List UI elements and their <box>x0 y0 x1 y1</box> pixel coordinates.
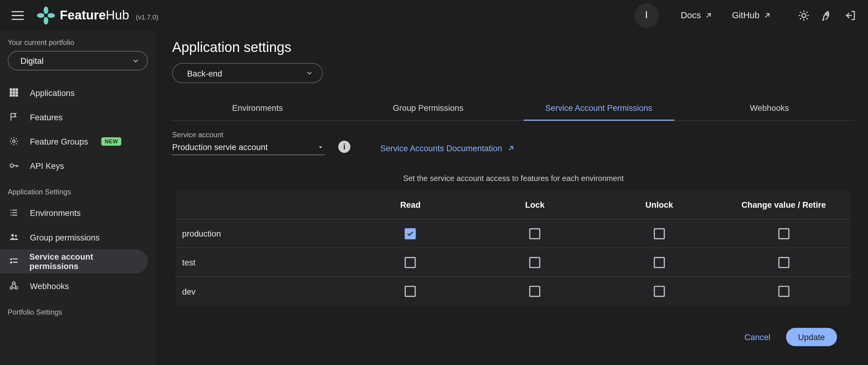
theme-toggle-button[interactable] <box>794 5 814 25</box>
chevron-down-icon <box>132 57 140 65</box>
application-select[interactable]: Back-end <box>172 63 322 83</box>
docs-link[interactable]: Service Accounts Documentation <box>380 143 515 153</box>
checkbox-read[interactable] <box>405 256 416 268</box>
portfolio-label: Your current portfolio <box>0 38 156 51</box>
service-account-value: Production servie account <box>172 143 268 152</box>
tab-webhooks[interactable]: Webhooks <box>684 95 855 120</box>
checkbox-unlock[interactable] <box>654 256 665 268</box>
checkbox-change[interactable] <box>778 286 789 297</box>
svg-rect-8 <box>16 88 18 91</box>
webhook-icon <box>8 281 20 291</box>
footer-buttons: Cancel Update <box>172 328 855 346</box>
info-icon[interactable]: i <box>338 141 350 153</box>
service-account-label: Service account <box>172 130 325 139</box>
list-icon <box>8 208 20 218</box>
checkbox-read[interactable] <box>405 228 416 239</box>
cancel-button[interactable]: Cancel <box>739 328 776 346</box>
sidebar-item-settings-webhooks[interactable]: Webhooks <box>0 274 156 298</box>
update-button[interactable]: Update <box>786 328 837 346</box>
chevron-down-icon <box>306 69 313 77</box>
sidebar-item-applications[interactable]: Applications <box>0 80 156 104</box>
sidebar-item-label: Group permissions <box>30 232 99 242</box>
tab-service-account-permissions[interactable]: Service Account Permissions <box>514 95 684 120</box>
svg-point-0 <box>44 6 49 14</box>
checkbox-lock[interactable] <box>529 228 540 239</box>
application-select-value: Back-end <box>187 68 222 78</box>
checkbox-lock[interactable] <box>529 256 540 268</box>
svg-rect-10 <box>12 91 15 94</box>
apps-icon <box>8 87 20 97</box>
gear-icon <box>8 136 20 146</box>
tab-label: Webhooks <box>750 103 789 112</box>
sidebar-item-label: Feature Groups <box>30 136 88 146</box>
key-icon <box>8 161 20 171</box>
sidebar-item-label: Webhooks <box>30 281 69 291</box>
portfolio-select[interactable]: Digital <box>8 51 148 70</box>
sun-icon <box>798 9 810 21</box>
checkbox-lock[interactable] <box>529 286 540 297</box>
checkbox-change[interactable] <box>778 228 789 239</box>
svg-point-15 <box>12 140 15 143</box>
topbar: FeatureHub (v1.7.0) I Docs GitHub <box>0 0 868 30</box>
rocket-button[interactable] <box>817 5 837 25</box>
avatar-initial: I <box>645 9 648 21</box>
col-lock: Lock <box>472 200 597 209</box>
svg-rect-11 <box>16 91 18 94</box>
svg-point-18 <box>15 235 17 237</box>
svg-rect-13 <box>12 94 15 97</box>
logout-button[interactable] <box>840 5 860 25</box>
table-row: test <box>176 248 851 277</box>
svg-point-19 <box>10 287 12 289</box>
checkbox-unlock[interactable] <box>654 286 665 297</box>
chevron-down-icon <box>317 144 324 150</box>
permissions-table: Read Lock Unlock Change value / Retire p… <box>176 190 851 305</box>
sidebar-item-api-keys[interactable]: API Keys <box>0 153 156 178</box>
svg-point-20 <box>15 287 18 289</box>
external-link-icon <box>763 11 772 20</box>
link-github[interactable]: GitHub <box>732 10 772 20</box>
sidebar-item-label: Environments <box>30 208 81 217</box>
avatar[interactable]: I <box>634 3 659 27</box>
sidebar-item-label: Service account permissions <box>29 252 140 271</box>
env-name: production <box>182 229 348 238</box>
svg-point-17 <box>11 234 14 237</box>
new-chip: NEW <box>101 137 121 145</box>
flag-icon <box>8 112 20 122</box>
external-link-icon <box>506 144 515 152</box>
svg-point-1 <box>44 17 49 24</box>
svg-rect-7 <box>12 88 15 91</box>
sidebar-item-settings-environments[interactable]: Environments <box>0 201 156 225</box>
svg-point-3 <box>48 13 55 18</box>
svg-rect-6 <box>10 88 12 91</box>
logo-icon <box>36 6 55 25</box>
external-link-icon <box>704 11 713 20</box>
checkbox-change[interactable] <box>778 256 789 268</box>
checkbox-read[interactable] <box>405 286 416 297</box>
sidebar-item-label: Features <box>30 112 63 121</box>
sidebar-item-settings-group-permissions[interactable]: Group permissions <box>0 225 156 249</box>
logout-icon <box>844 9 857 21</box>
people-icon <box>8 232 20 242</box>
env-name: dev <box>182 287 348 296</box>
page-title: Application settings <box>172 39 855 56</box>
link-github-label: GitHub <box>732 10 760 20</box>
tab-group-permissions[interactable]: Group Permissions <box>343 95 513 120</box>
section-application-settings: Application Settings <box>0 178 156 201</box>
table-row: dev <box>176 277 851 306</box>
sidebar-item-settings-service-account-permissions[interactable]: Service account permissions <box>0 249 148 274</box>
tab-environments[interactable]: Environments <box>172 95 343 120</box>
link-docs[interactable]: Docs <box>681 10 713 20</box>
main-panel: Application settings Back-end Environmen… <box>156 30 868 365</box>
sidebar-item-features[interactable]: Features <box>0 105 156 129</box>
service-account-select[interactable]: Production servie account <box>172 140 325 155</box>
menu-toggle-button[interactable] <box>8 5 28 25</box>
tabs: Environments Group Permissions Service A… <box>172 95 855 121</box>
svg-point-2 <box>37 13 44 18</box>
tab-label: Service Account Permissions <box>545 103 652 112</box>
env-name: test <box>182 257 348 267</box>
sidebar: Your current portfolio Digital Applicati… <box>0 30 156 365</box>
sidebar-item-feature-groups[interactable]: Feature Groups NEW <box>0 129 156 153</box>
checkbox-unlock[interactable] <box>654 228 665 239</box>
table-header-row: Read Lock Unlock Change value / Retire <box>176 190 851 219</box>
table-row: production <box>176 219 851 248</box>
